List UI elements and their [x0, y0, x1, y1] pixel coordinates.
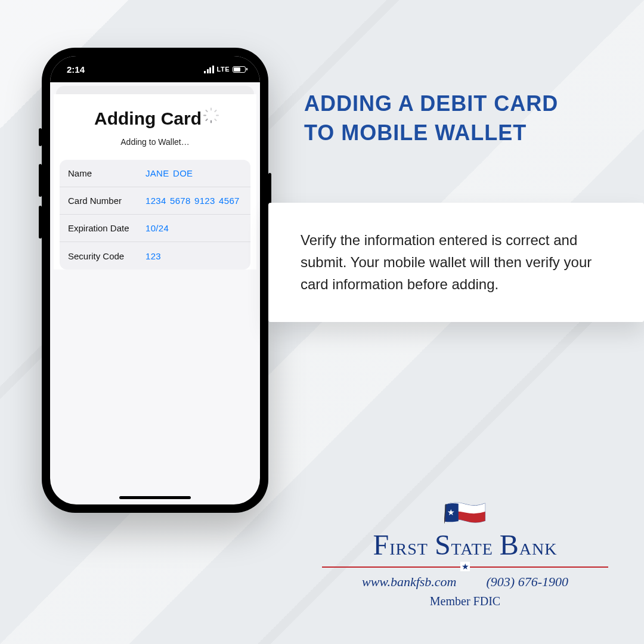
bank-footer: ★ First State Bank ★ www.bankfsb.com (90… — [310, 499, 620, 608]
network-label: LTE — [217, 66, 230, 73]
sheet-grabber — [56, 86, 254, 94]
adding-card-sheet: Adding Card Adding to Wallet… Name JANE … — [54, 94, 256, 270]
instruction-text: Verify the information entered is correc… — [301, 232, 592, 292]
expiration-label: Expiration Date — [68, 223, 145, 233]
name-value[interactable]: JANE DOE — [145, 168, 193, 178]
card-number-label: Card Number — [68, 196, 145, 206]
form-row-expiration: Expiration Date 10/24 — [60, 215, 250, 242]
loading-spinner-icon — [206, 114, 216, 123]
svg-text:★: ★ — [447, 507, 455, 517]
bank-name: First State Bank — [310, 528, 620, 561]
star-icon: ★ — [460, 562, 470, 571]
divider: ★ — [322, 562, 608, 571]
headline: Adding a debit card to mobile wallet — [304, 89, 620, 147]
phone-screen: 2:14 LTE Adding Card Adding to Wallet… — [50, 56, 260, 504]
bank-phone: (903) 676-1900 — [487, 574, 568, 590]
status-indicators: LTE — [204, 66, 246, 73]
contact-row: www.bankfsb.com (903) 676-1900 — [310, 574, 620, 590]
name-label: Name — [68, 168, 145, 178]
status-time: 2:14 — [67, 64, 85, 75]
phone-volume-down — [39, 206, 42, 239]
member-fdic: Member FDIC — [310, 595, 620, 608]
texas-flag-icon: ★ — [444, 499, 486, 525]
headline-line-1: Adding a debit card — [304, 89, 620, 119]
phone-volume-up — [39, 164, 42, 197]
form-row-security-code: Security Code 123 — [60, 242, 250, 270]
battery-icon — [233, 66, 246, 73]
form-row-card-number: Card Number 1234 5678 9123 4567 — [60, 187, 250, 215]
form-row-name: Name JANE DOE — [60, 160, 250, 187]
instruction-card: Verify the information entered is correc… — [268, 203, 644, 322]
signal-icon — [204, 66, 214, 73]
home-indicator — [119, 496, 191, 499]
headline-line-2: to mobile wallet — [304, 119, 620, 148]
screen-title: Adding Card — [54, 109, 256, 129]
security-code-value[interactable]: 123 — [145, 251, 161, 261]
screen-title-text: Adding Card — [94, 109, 202, 129]
phone-notch — [104, 56, 206, 73]
card-form: Name JANE DOE Card Number 1234 5678 9123… — [60, 160, 250, 270]
phone-mockup: 2:14 LTE Adding Card Adding to Wallet… — [42, 48, 268, 513]
expiration-value[interactable]: 10/24 — [145, 223, 169, 233]
phone-silence-switch — [39, 128, 42, 146]
screen-subtitle: Adding to Wallet… — [54, 137, 256, 147]
security-code-label: Security Code — [68, 251, 145, 261]
card-number-value[interactable]: 1234 5678 9123 4567 — [145, 196, 240, 206]
bank-url: www.bankfsb.com — [362, 574, 456, 590]
